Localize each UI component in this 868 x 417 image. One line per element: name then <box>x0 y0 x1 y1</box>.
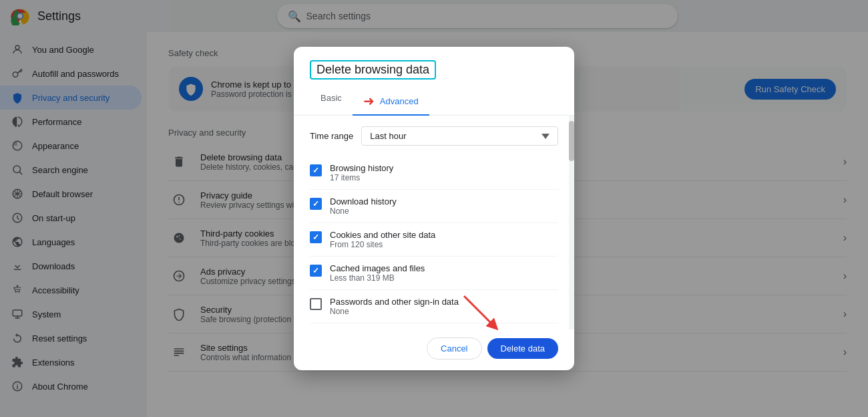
browsing-history-sublabel: 17 items <box>330 173 558 182</box>
dialog-title: Delete browsing data <box>310 60 436 80</box>
cookies-label: Cookies and other site data <box>330 230 558 240</box>
dialog-scroll-wrapper: Time range Last hour Last 24 hours Last … <box>294 116 574 329</box>
passwords-sublabel: None <box>330 307 558 316</box>
checkbox-cached-input[interactable]: ✓ <box>310 265 322 277</box>
checkbox-cookies: ✓ Cookies and other site data From 120 s… <box>310 223 558 257</box>
dialog-header: Delete browsing data Basic ➜ Advanced <box>294 47 574 116</box>
browsing-history-label: Browsing history <box>330 163 558 173</box>
checkbox-browsing-history-input[interactable]: ✓ <box>310 164 322 176</box>
checkbox-passwords-input[interactable] <box>310 298 322 310</box>
dialog-tabs: Basic ➜ Advanced <box>294 88 574 116</box>
checkbox-download-history: ✓ Download history None <box>310 190 558 223</box>
cookies-sublabel: From 120 sites <box>330 240 558 249</box>
scrollbar-track <box>569 116 574 329</box>
tab-advanced[interactable]: ➜ Advanced <box>353 88 429 116</box>
checkbox-browsing-history: ✓ Browsing history 17 items <box>310 156 558 190</box>
modal-overlay: Delete browsing data Basic ➜ Advanced Ti… <box>0 0 868 417</box>
checkbox-passwords: Passwords and other sign-in data None <box>310 290 558 323</box>
passwords-label: Passwords and other sign-in data <box>330 297 558 307</box>
download-history-label: Download history <box>330 196 558 206</box>
checkbox-cached-images: ✓ Cached images and files Less than 319 … <box>310 257 558 290</box>
checkbox-autofill: Auto-fill form data <box>310 323 558 329</box>
dialog-body: Time range Last hour Last 24 hours Last … <box>294 116 574 329</box>
checkbox-download-history-input[interactable]: ✓ <box>310 198 322 210</box>
dialog-footer: Cancel Delete data <box>294 329 574 370</box>
red-arrow-right-icon: ➜ <box>363 93 375 109</box>
delete-data-button[interactable]: Delete data <box>487 338 559 359</box>
cached-sublabel: Less than 319 MB <box>330 273 558 283</box>
time-range-label: Time range <box>310 131 353 141</box>
delete-browsing-dialog: Delete browsing data Basic ➜ Advanced Ti… <box>294 47 574 370</box>
time-range-select[interactable]: Last hour Last 24 hours Last 7 days Last… <box>361 126 558 146</box>
scrollbar-thumb[interactable] <box>569 121 574 161</box>
dialog-footer-container: Cancel Delete data <box>294 329 574 370</box>
tab-basic[interactable]: Basic <box>310 88 353 116</box>
download-history-sublabel: None <box>330 206 558 216</box>
cached-label: Cached images and files <box>330 263 558 273</box>
time-range-row: Time range Last hour Last 24 hours Last … <box>310 126 558 146</box>
checkbox-cookies-input[interactable]: ✓ <box>310 231 322 243</box>
cancel-button[interactable]: Cancel <box>427 337 481 360</box>
